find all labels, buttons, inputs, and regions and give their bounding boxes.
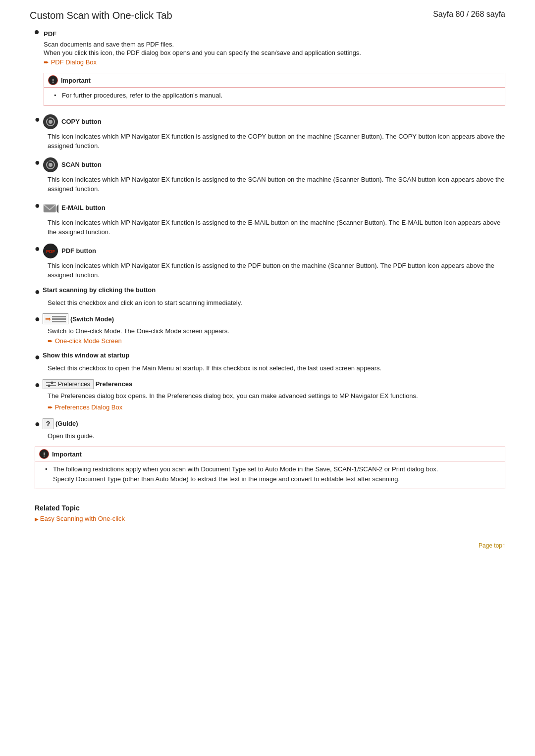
guide-icon: ?	[43, 418, 54, 429]
scan-icon	[43, 157, 58, 173]
switch-mode-desc1: Switch to One-click Mode. The One-click …	[48, 326, 505, 336]
switch-bar-1	[52, 316, 66, 317]
email-button-desc: This icon indicates which MP Navigator E…	[48, 218, 505, 237]
bullet-dot-copy: ●	[35, 115, 43, 124]
important-item-2-0: The following restrictions apply when yo…	[45, 464, 499, 484]
copy-icon	[43, 114, 58, 130]
svg-point-18	[48, 384, 51, 387]
preferences-label: Preferences	[96, 380, 132, 388]
page-header: Custom Scan with One-click Tab Sayfa 80 …	[30, 10, 505, 21]
important-item-1-0: For further procedures, refer to the app…	[54, 91, 499, 101]
important-icon-1: !	[48, 75, 58, 85]
scan-bullet: ● SCAN button	[35, 157, 505, 173]
copy-bullet: ● COPY button	[35, 114, 505, 130]
bullet-dot-email: ●	[35, 201, 43, 210]
email-button-section: ● E-MAIL button This icon indicates whic…	[35, 200, 505, 237]
bullet-dot-guide: ●	[35, 419, 43, 428]
pref-sliders-icon	[46, 380, 56, 388]
email-icon-label: E-MAIL button	[43, 200, 106, 216]
switch-bars-icon	[52, 316, 66, 322]
start-scanning-label: Start scanning by clicking the button	[43, 286, 156, 294]
switch-bar-2	[52, 318, 66, 320]
scan-button-section: ● SCAN button This icon indicates which …	[35, 157, 505, 194]
important-header-2: ! Important	[35, 447, 505, 461]
related-topic-section: Related Topic Easy Scanning with One-cli…	[35, 504, 505, 522]
content-area: PDF Scan documents and save them as PDF …	[30, 30, 505, 549]
switch-mode-icon-label: ⇒ (Switch Mode)	[43, 313, 114, 324]
guide-label: (Guide)	[55, 420, 78, 427]
show-window-desc: Select this checkbox to open the Main Me…	[48, 363, 505, 373]
show-window-section: ● Show this window at startup Select thi…	[35, 352, 505, 373]
pdf-button-label: PDF button	[61, 247, 96, 254]
email-icon	[43, 200, 58, 216]
start-scanning-section: ● Start scanning by clicking the button …	[35, 286, 505, 308]
important-title-1: Important	[61, 77, 91, 84]
related-topic-title: Related Topic	[35, 504, 505, 512]
guide-bullet: ● ? (Guide)	[35, 418, 505, 429]
pdf-button-icon: PDF	[43, 243, 58, 259]
pdf-button-section: ● PDF PDF button This icon indicates whi…	[35, 243, 505, 280]
pdf-desc2: When you click this icon, the PDF dialog…	[44, 49, 505, 56]
pdf-button-icon-label: PDF PDF button	[43, 243, 96, 259]
page-info: Sayfa 80 / 268 sayfa	[433, 10, 505, 19]
copy-button-desc: This icon indicates which MP Navigator E…	[48, 132, 505, 151]
important-box-2: ! Important The following restrictions a…	[35, 447, 505, 489]
preferences-button-label: Preferences	[58, 381, 90, 388]
svg-text:!: !	[52, 78, 54, 84]
important-title-2: Important	[52, 451, 82, 458]
important-content-2: The following restrictions apply when yo…	[35, 461, 505, 489]
pdf-top-section: Scan documents and save them as PDF file…	[44, 41, 505, 66]
start-scanning-desc: Select this checkbox and click an icon t…	[48, 298, 505, 308]
pdf-button-desc: This icon indicates which MP Navigator E…	[48, 261, 505, 280]
switch-mode-icon: ⇒	[43, 313, 68, 324]
pdf-dialog-box-link[interactable]: PDF Dialog Box	[44, 58, 97, 66]
page-top-link[interactable]: Page top↑	[479, 542, 505, 549]
scan-icon-label: SCAN button	[43, 157, 102, 173]
svg-rect-5	[48, 118, 50, 119]
preferences-body: The Preferences dialog box opens. In the…	[48, 391, 505, 412]
bullet-dot-pdf: ●	[35, 244, 43, 253]
scan-button-label: SCAN button	[61, 161, 102, 168]
bullet-dot-scan: ●	[35, 158, 43, 167]
svg-point-4	[49, 120, 53, 124]
svg-rect-9	[48, 161, 50, 162]
preferences-section: ● Preferences	[35, 379, 505, 412]
switch-arrow-icon: ⇒	[45, 315, 51, 323]
switch-bar-3	[52, 321, 66, 322]
pdf-desc1: Scan documents and save them as PDF file…	[44, 41, 505, 48]
svg-point-8	[49, 163, 53, 167]
easy-scanning-link[interactable]: Easy Scanning with One-click	[35, 515, 125, 522]
important-box-1: ! Important For further procedures, refe…	[44, 73, 505, 106]
preferences-bullet: ● Preferences	[35, 379, 505, 389]
bullet-dot-start: ●	[35, 287, 43, 296]
bullet-dot-switch: ●	[35, 314, 43, 323]
preferences-icon-label: Preferences Preferences	[43, 379, 132, 389]
pref-sliders-svg	[46, 380, 56, 388]
switch-mode-section: ● ⇒ (Switch Mode) Switch to One-cl	[35, 313, 505, 346]
page-title: Custom Scan with One-click Tab	[30, 10, 172, 21]
switch-mode-body: Switch to One-click Mode. The One-click …	[48, 326, 505, 346]
email-bullet: ● E-MAIL button	[35, 200, 505, 216]
svg-point-16	[51, 381, 54, 384]
important-header-1: ! Important	[44, 73, 505, 88]
guide-icon-label: ? (Guide)	[43, 418, 78, 429]
important-icon-2: !	[39, 449, 49, 459]
preferences-desc: The Preferences dialog box opens. In the…	[48, 391, 505, 401]
page-top[interactable]: Page top↑	[35, 542, 505, 549]
copy-icon-label: COPY button	[43, 114, 102, 130]
email-button-label: E-MAIL button	[61, 204, 106, 211]
bullet-dot-pref: ●	[35, 380, 43, 389]
show-window-label: Show this window at startup	[43, 352, 130, 359]
pdf-button-bullet: ● PDF PDF button	[35, 243, 505, 259]
one-click-mode-screen-link[interactable]: One-click Mode Screen	[48, 337, 122, 345]
guide-desc: Open this guide.	[48, 431, 505, 441]
copy-button-label: COPY button	[61, 118, 102, 125]
preferences-icon: Preferences	[43, 379, 94, 389]
svg-text:PDF: PDF	[46, 249, 55, 254]
preferences-dialog-box-link[interactable]: Preferences Dialog Box	[48, 403, 122, 411]
guide-section: ● ? (Guide) Open this guide.	[35, 418, 505, 441]
svg-text:!: !	[43, 452, 45, 457]
bullet-dot-show: ●	[35, 353, 43, 361]
switch-mode-bullet: ● ⇒ (Switch Mode)	[35, 313, 505, 324]
scan-button-desc: This icon indicates which MP Navigator E…	[48, 175, 505, 194]
